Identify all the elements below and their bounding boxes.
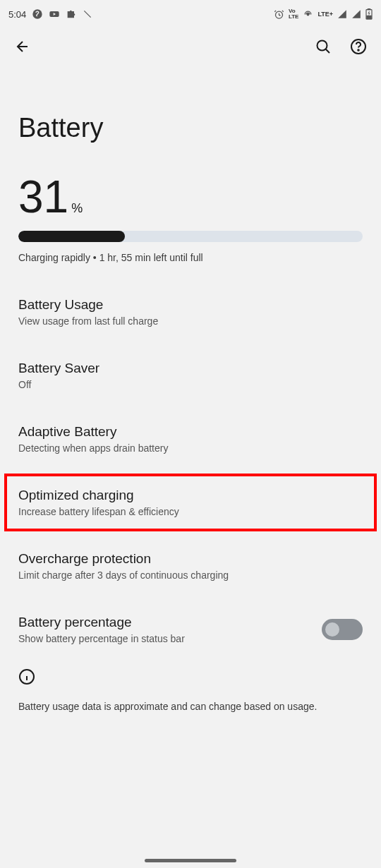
signal-icon-1 <box>337 9 347 19</box>
status-time: 5:04 <box>8 9 26 20</box>
status-left: 5:04 <box>8 8 92 20</box>
toggle-knob <box>325 622 339 637</box>
search-button[interactable] <box>315 38 332 58</box>
battery-percentage-toggle[interactable] <box>322 619 363 640</box>
page-title: Battery <box>18 113 363 143</box>
lte-label: LTE+ <box>318 11 333 18</box>
overcharge-protection-item[interactable]: Overcharge protection Limit charge after… <box>18 541 363 591</box>
setting-sub: Increase battery lifespan & efficiency <box>18 506 363 517</box>
help-button[interactable] <box>350 38 367 58</box>
volte-icon: VoLTE <box>289 8 299 20</box>
setting-title: Adaptive Battery <box>18 424 363 440</box>
alarm-icon <box>274 9 284 20</box>
battery-usage-item[interactable]: Battery Usage View usage from last full … <box>18 287 363 337</box>
setting-title: Overcharge protection <box>18 551 363 567</box>
setting-title: Battery Usage <box>18 297 363 313</box>
svg-point-9 <box>358 49 359 51</box>
setting-sub: Limit charge after 3 days of continuous … <box>18 569 363 581</box>
nav-handle[interactable] <box>145 859 236 862</box>
info-text: Battery usage data is approximate and ca… <box>18 701 363 712</box>
battery-percent: 31 % <box>18 174 363 219</box>
info-icon <box>18 668 363 688</box>
shazam-icon <box>32 8 43 20</box>
signal-icon-2 <box>351 9 361 19</box>
percent-value: 31 <box>18 174 68 219</box>
stylus-icon <box>83 9 92 19</box>
battery-percentage-item[interactable]: Battery percentage Show battery percenta… <box>18 605 363 654</box>
svg-rect-6 <box>367 16 371 18</box>
charging-status: Charging rapidly • 1 hr, 55 min left unt… <box>18 252 363 263</box>
setting-title: Optimized charging <box>18 488 363 503</box>
content: Battery 31 % Charging rapidly • 1 hr, 55… <box>0 113 381 712</box>
setting-sub: Off <box>18 379 363 390</box>
svg-point-3 <box>308 13 310 16</box>
battery-icon <box>365 8 373 20</box>
setting-title: Battery Saver <box>18 361 363 376</box>
youtube-icon <box>49 8 60 20</box>
optimized-charging-item[interactable]: Optimized charging Increase battery life… <box>18 478 363 527</box>
setting-sub: View usage from last full charge <box>18 315 363 327</box>
info-section: Battery usage data is approximate and ca… <box>18 668 363 712</box>
battery-progress-fill <box>18 231 125 242</box>
setting-sub: Show battery percentage in status bar <box>18 633 185 644</box>
setting-sub: Detecting when apps drain battery <box>18 442 363 454</box>
status-right: VoLTE LTE+ <box>274 8 373 20</box>
battery-saver-item[interactable]: Battery Saver Off <box>18 351 363 400</box>
hotspot-icon <box>303 9 313 20</box>
battery-progress <box>18 231 363 242</box>
adaptive-battery-item[interactable]: Adaptive Battery Detecting when apps dra… <box>18 414 363 464</box>
app-bar <box>0 28 381 68</box>
percent-sign: % <box>71 201 83 216</box>
svg-rect-5 <box>368 8 370 10</box>
svg-point-7 <box>318 41 327 51</box>
back-button[interactable] <box>14 38 31 58</box>
setting-title: Battery percentage <box>18 615 185 630</box>
status-bar: 5:04 VoLTE LTE+ <box>0 0 381 28</box>
puzzle-icon <box>66 8 77 20</box>
